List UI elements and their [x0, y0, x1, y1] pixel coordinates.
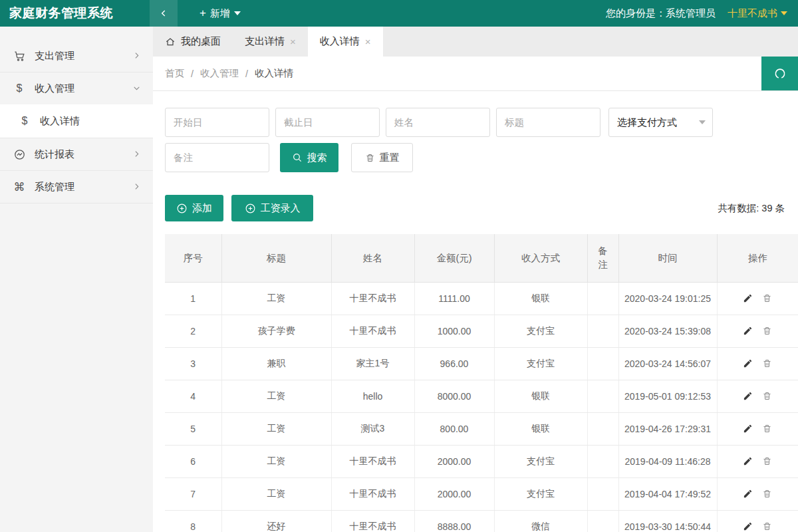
quick-add-label: 新增 — [210, 7, 230, 20]
chevron-right-icon — [132, 51, 141, 62]
cell-method: 银联 — [494, 412, 587, 445]
tab-desktop[interactable]: 我的桌面 — [153, 27, 233, 57]
name-input[interactable] — [386, 108, 490, 137]
sidebar-item-system[interactable]: ⌘ 系统管理 — [0, 171, 153, 203]
cell-method: 银联 — [494, 380, 587, 412]
operations — [722, 283, 795, 315]
main-content: 我的桌面 支出详情 × 收入详情 × 首页 / 收入管理 / 收入详情 — [153, 27, 798, 532]
cell-amount: 8000.00 — [414, 380, 494, 412]
delete-trash-icon[interactable] — [762, 293, 772, 303]
end-date-input[interactable] — [275, 108, 380, 137]
cell-title: 工资 — [221, 282, 331, 315]
dollar-icon: $ — [17, 115, 32, 127]
cell-operations — [717, 510, 798, 532]
user-menu[interactable]: 十里不成书 — [728, 7, 787, 20]
cart-icon — [12, 50, 27, 63]
sidebar-item-income[interactable]: $ 收入管理 — [0, 72, 153, 104]
cell-amount: 966.00 — [414, 347, 494, 380]
delete-trash-icon[interactable] — [762, 391, 772, 401]
operations — [722, 446, 795, 477]
tab-label: 我的桌面 — [181, 35, 221, 48]
note-input[interactable] — [165, 143, 269, 172]
table-row: 2孩子学费十里不成书1000.00支付宝2020-03-24 15:39:08 — [165, 315, 798, 347]
search-button-label: 搜索 — [307, 152, 327, 164]
search-icon — [292, 152, 303, 163]
edit-pencil-icon[interactable] — [743, 358, 753, 368]
delete-trash-icon[interactable] — [762, 456, 772, 466]
operations — [722, 348, 795, 380]
cell-no: 6 — [165, 445, 221, 477]
cell-note — [587, 477, 618, 510]
operations — [722, 478, 795, 510]
cell-amount: 2000.00 — [414, 477, 494, 510]
quick-add-dropdown[interactable]: + 新增 — [200, 0, 241, 27]
cell-no: 7 — [165, 477, 221, 510]
caret-down-icon — [699, 120, 706, 124]
sidebar: 支出管理 $ 收入管理 $ 收入详情 统计报表 ⌘ 系统管理 — [0, 27, 153, 532]
chevron-right-icon — [132, 182, 141, 193]
delete-trash-icon[interactable] — [762, 326, 772, 336]
cell-name: 十里不成书 — [331, 477, 414, 510]
cell-operations — [717, 477, 798, 510]
delete-trash-icon[interactable] — [762, 424, 772, 434]
reset-button[interactable]: 重置 — [351, 143, 413, 172]
breadcrumb-home[interactable]: 首页 — [165, 67, 184, 80]
delete-trash-icon[interactable] — [762, 358, 772, 368]
edit-pencil-icon[interactable] — [743, 293, 753, 303]
salary-entry-button[interactable]: 工资录入 — [231, 195, 313, 221]
edit-pencil-icon[interactable] — [743, 489, 753, 499]
cell-title: 工资 — [221, 445, 331, 477]
breadcrumb-income[interactable]: 收入管理 — [200, 67, 239, 80]
refresh-button[interactable] — [761, 57, 798, 90]
cell-no: 4 — [165, 380, 221, 412]
sidebar-item-label: 收入详情 — [40, 115, 141, 128]
close-icon[interactable]: × — [290, 36, 296, 47]
command-icon: ⌘ — [12, 180, 27, 194]
breadcrumb-separator: / — [245, 68, 248, 79]
delete-trash-icon[interactable] — [762, 521, 772, 531]
operations — [722, 511, 795, 532]
cell-operations — [717, 282, 798, 315]
tab-expense-detail[interactable]: 支出详情 × — [233, 27, 308, 57]
chevron-right-icon — [132, 149, 141, 160]
search-button[interactable]: 搜索 — [280, 143, 338, 172]
cell-note — [587, 380, 618, 412]
cell-time: 2019-03-30 14:50:44 — [618, 510, 717, 532]
cell-operations — [717, 315, 798, 347]
pay-method-select[interactable]: 选择支付方式 — [608, 108, 713, 137]
column-header: 标题 — [221, 234, 331, 282]
edit-pencil-icon[interactable] — [743, 521, 753, 531]
sidebar-item-reports[interactable]: 统计报表 — [0, 138, 153, 170]
cell-time: 2019-04-26 17:29:31 — [618, 412, 717, 445]
tab-label: 支出详情 — [245, 35, 285, 48]
operations — [722, 380, 795, 412]
cell-title: 孩子学费 — [221, 315, 331, 347]
delete-trash-icon[interactable] — [762, 489, 772, 499]
chevron-down-icon — [132, 83, 141, 94]
cell-amount: 2000.00 — [414, 445, 494, 477]
title-input[interactable] — [496, 108, 600, 137]
filter-row-1: 选择支付方式 — [165, 108, 786, 137]
edit-pencil-icon[interactable] — [743, 424, 753, 434]
start-date-input[interactable] — [165, 108, 269, 137]
tab-income-detail[interactable]: 收入详情 × — [308, 27, 383, 57]
total-count-text: 共有数据: 39 条 — [718, 202, 786, 215]
sidebar-item-income-detail[interactable]: $ 收入详情 — [0, 104, 153, 138]
edit-pencil-icon[interactable] — [743, 326, 753, 336]
cell-method: 支付宝 — [494, 315, 587, 347]
identity-text: 您的身份是：系统管理员 — [606, 7, 716, 20]
sidebar-divider — [0, 203, 153, 203]
sidebar-item-expense[interactable]: 支出管理 — [0, 40, 153, 72]
caret-down-icon — [781, 11, 787, 15]
tab-bar: 我的桌面 支出详情 × 收入详情 × — [153, 27, 798, 57]
add-button[interactable]: 添加 — [165, 195, 223, 221]
cell-operations — [717, 347, 798, 380]
table-header-row: 序号标题姓名金额(元)收入方式备注时间操作 — [165, 234, 798, 282]
close-icon[interactable]: × — [365, 36, 371, 47]
sidebar-collapse-button[interactable] — [150, 0, 178, 27]
edit-pencil-icon[interactable] — [743, 456, 753, 466]
cell-name: 十里不成书 — [331, 282, 414, 315]
edit-pencil-icon[interactable] — [743, 391, 753, 401]
cell-no: 2 — [165, 315, 221, 347]
cell-amount: 1111.00 — [414, 282, 494, 315]
